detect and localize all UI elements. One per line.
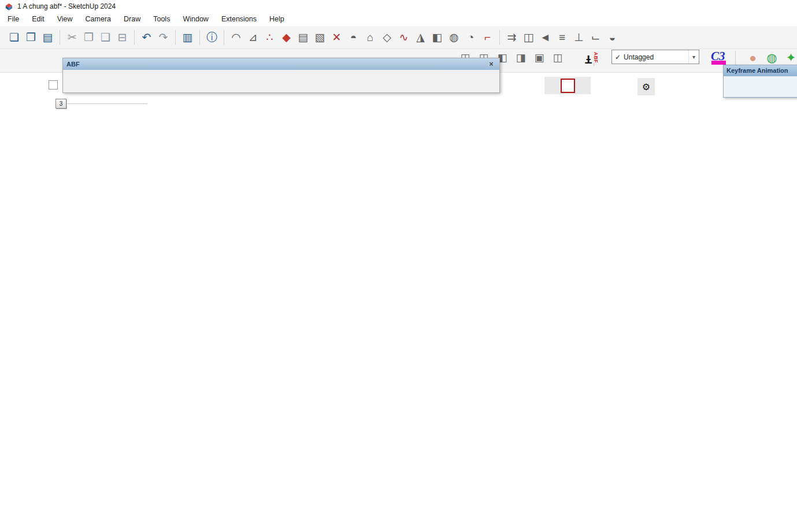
abf-toolbar-body: [63, 70, 499, 92]
red-square-icon: [561, 79, 575, 93]
keyframe-animation-panel: Keyframe Animation: [723, 65, 797, 98]
box-axis-tool[interactable]: ▣: [531, 50, 548, 66]
abf-screw-tool[interactable]: Ŧ ABF_: [585, 50, 606, 68]
screw-icon: Ŧ: [585, 53, 592, 66]
attach-tool-icon[interactable]: ◍: [763, 49, 780, 66]
box-pull-tool[interactable]: ◨: [512, 50, 529, 66]
legend-spinner[interactable]: 3: [55, 99, 147, 109]
camera-box-tool[interactable]: ◫: [549, 50, 566, 66]
tags-dropdown[interactable]: ✓ Untagged ▾: [611, 50, 699, 64]
abf-toolbar-title: ABF: [66, 61, 80, 68]
material-tool-icon[interactable]: ●: [744, 49, 761, 66]
check-icon: ✓: [615, 53, 621, 61]
keyframe-panel-title[interactable]: Keyframe Animation: [724, 65, 797, 76]
stray-checkbox[interactable]: [49, 80, 58, 90]
abf-mark-label: ABF_: [593, 52, 599, 66]
abf-toolbar-titlebar[interactable]: ABF ×: [63, 58, 499, 70]
spinner-track: [68, 103, 147, 104]
section-toggle-button[interactable]: [544, 77, 591, 94]
chevron-down-icon[interactable]: ▾: [688, 50, 699, 64]
spinner-value[interactable]: 3: [55, 99, 66, 109]
render-tool-icon[interactable]: ✦: [783, 49, 797, 66]
gear-button[interactable]: ⚙: [637, 78, 655, 95]
keyframe-panel-body: [724, 76, 797, 80]
c3-magenta-underline: [711, 61, 726, 65]
extension-icons-group: ●◍✦: [744, 49, 797, 66]
tags-dropdown-value: Untagged: [624, 53, 654, 61]
toolbar-separator: [735, 51, 736, 65]
abf-toolbar: ABF ×: [62, 58, 500, 93]
close-icon[interactable]: ×: [487, 60, 496, 68]
